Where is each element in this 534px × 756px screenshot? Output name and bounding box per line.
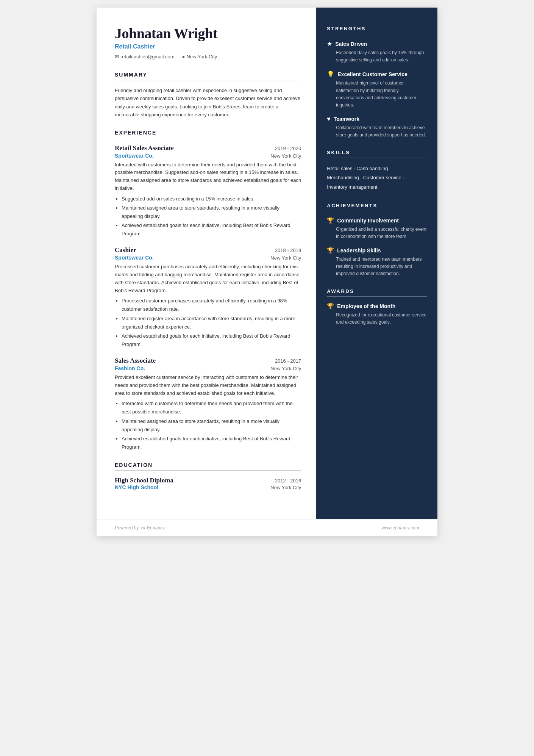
exp-bullet-2-2: Maintained register area in accordance w… xyxy=(122,315,301,331)
strength-title-row-1: ★ Sales Driven xyxy=(327,40,427,47)
exp-role-3: Sales Associate xyxy=(115,357,156,365)
job-title: Retail Cashier xyxy=(115,43,301,50)
exp-company-2: Sportswear Co. xyxy=(115,255,154,261)
exp-location-3: New York City xyxy=(270,366,301,371)
exp-sub-1: Sportswear Co. New York City xyxy=(115,153,301,159)
skills-text: Retail sales · Cash handling · Merchandi… xyxy=(327,164,427,192)
email-text: retailcashier@gmail.com xyxy=(120,54,175,59)
location-text: New York City xyxy=(186,54,217,59)
exp-desc-2: Processed customer purchases accurately … xyxy=(115,263,301,294)
award-desc-1: Recognized for exceptional customer serv… xyxy=(327,311,427,326)
exp-role-2: Cashier xyxy=(115,246,136,254)
exp-bullet-1-1: Suggested add-on sales resulting in a 15… xyxy=(122,195,301,203)
summary-title: SUMMARY xyxy=(115,72,301,80)
exp-sub-2: Sportswear Co. New York City xyxy=(115,255,301,261)
strength-item-2: 💡 Excellent Customer Service Maintained … xyxy=(327,70,427,109)
skills-title: SKILLS xyxy=(327,150,427,158)
award-icon-1: 🏆 xyxy=(327,303,334,310)
achievement-title-row-1: 🏆 Community Involvement xyxy=(327,217,427,224)
achievement-item-2: 🏆 Leadership Skills Trained and mentored… xyxy=(327,247,427,278)
edu-sub-1: NYC High School New York City xyxy=(115,484,301,490)
achievement-icon-2: 🏆 xyxy=(327,247,334,254)
strength-desc-3: Collaborated with team members to achiev… xyxy=(327,124,427,139)
strength-title-row-3: ♥ Teamwork xyxy=(327,116,427,122)
achievements-title: ACHIEVEMENTS xyxy=(327,203,427,211)
exp-bullet-2-1: Processed customer purchases accurately … xyxy=(122,297,301,313)
achievement-desc-2: Trained and mentored new team members re… xyxy=(327,256,427,278)
skills-section: SKILLS Retail sales · Cash handling · Me… xyxy=(327,150,427,192)
footer-left: Powered by ∞ Enhancv xyxy=(115,525,165,531)
strength-title-row-2: 💡 Excellent Customer Service xyxy=(327,70,427,78)
strength-desc-2: Maintained high level of customer satisf… xyxy=(327,80,427,109)
experience-item-1: Retail Sales Associate 2019 - 2020 Sport… xyxy=(115,144,301,238)
exp-header-1: Retail Sales Associate 2019 - 2020 xyxy=(115,144,301,152)
exp-bullet-3-3: Achieved established goals for each init… xyxy=(122,435,301,451)
achievement-title-row-2: 🏆 Leadership Skills xyxy=(327,247,427,254)
achievement-title-1: Community Involvement xyxy=(337,218,399,224)
resume-container: Johnatan Wright Retail Cashier ✉ retailc… xyxy=(97,8,437,536)
header-section: Johnatan Wright Retail Cashier ✉ retailc… xyxy=(115,26,301,59)
exp-desc-1: Interacted with customers to determine t… xyxy=(115,161,301,193)
email-icon: ✉ xyxy=(115,54,119,59)
edu-school-1: NYC High School xyxy=(115,484,158,490)
skills-line-2: Merchandising · Customer service · xyxy=(327,175,404,180)
experience-section: EXPERIENCE Retail Sales Associate 2019 -… xyxy=(115,130,301,451)
strength-item-1: ★ Sales Driven Exceeded daily sales goal… xyxy=(327,40,427,64)
summary-text: Friendly and outgoing retail cashier wit… xyxy=(115,86,301,119)
strength-item-3: ♥ Teamwork Collaborated with team member… xyxy=(327,116,427,139)
experience-item-3: Sales Associate 2016 - 2017 Fashion Co. … xyxy=(115,357,301,451)
exp-bullet-3-1: Interacted with customers to determine t… xyxy=(122,399,301,416)
candidate-name: Johnatan Wright xyxy=(115,26,301,42)
exp-bullets-1: Suggested add-on sales resulting in a 15… xyxy=(115,195,301,238)
exp-dates-1: 2019 - 2020 xyxy=(275,146,301,151)
achievement-desc-1: Organized and led a successful charity e… xyxy=(327,226,427,240)
exp-bullet-3-2: Maintained assigned area to store standa… xyxy=(122,417,301,434)
education-title: EDUCATION xyxy=(115,462,301,471)
right-panel: STRENGTHS ★ Sales Driven Exceeded daily … xyxy=(316,8,437,519)
award-title-1: Employee of the Month xyxy=(337,303,395,309)
exp-bullets-3: Interacted with customers to determine t… xyxy=(115,399,301,451)
contact-row: ✉ retailcashier@gmail.com ● New York Cit… xyxy=(115,54,301,59)
strength-icon-2: 💡 xyxy=(327,70,334,78)
achievement-item-1: 🏆 Community Involvement Organized and le… xyxy=(327,217,427,240)
award-item-1: 🏆 Employee of the Month Recognized for e… xyxy=(327,303,427,326)
email-contact: ✉ retailcashier@gmail.com xyxy=(115,54,175,59)
exp-desc-3: Provided excellent customer service by i… xyxy=(115,374,301,397)
strength-title-3: Teamwork xyxy=(334,116,359,122)
exp-bullet-1-3: Achieved established goals for each init… xyxy=(122,221,301,238)
exp-company-1: Sportswear Co. xyxy=(115,153,154,159)
edu-degree-1: High School Diploma xyxy=(115,477,173,484)
experience-title: EXPERIENCE xyxy=(115,130,301,138)
achievements-section: ACHIEVEMENTS 🏆 Community Involvement Org… xyxy=(327,203,427,278)
skills-line-3: Inventory management xyxy=(327,184,377,190)
exp-sub-3: Fashion Co. New York City xyxy=(115,365,301,371)
achievement-icon-1: 🏆 xyxy=(327,217,334,224)
skills-line-1: Retail sales · Cash handling · xyxy=(327,166,390,171)
footer-website: www.enhancv.com xyxy=(382,525,419,531)
exp-location-1: New York City xyxy=(270,153,301,159)
exp-company-3: Fashion Co. xyxy=(115,365,145,371)
exp-header-2: Cashier 2018 - 2019 xyxy=(115,246,301,254)
location-contact: ● New York City xyxy=(182,54,217,59)
exp-bullet-2-3: Achieved established goals for each init… xyxy=(122,332,301,349)
powered-by-text: Powered by xyxy=(115,525,139,531)
awards-section: AWARDS 🏆 Employee of the Month Recognize… xyxy=(327,288,427,326)
strengths-title: STRENGTHS xyxy=(327,26,427,34)
edu-header-1: High School Diploma 2012 - 2016 xyxy=(115,477,301,484)
strength-icon-1: ★ xyxy=(327,40,332,47)
awards-title: AWARDS xyxy=(327,288,427,297)
brand-name: Enhancv xyxy=(147,525,165,531)
experience-item-2: Cashier 2018 - 2019 Sportswear Co. New Y… xyxy=(115,246,301,349)
exp-dates-3: 2016 - 2017 xyxy=(275,358,301,364)
edu-dates-1: 2012 - 2016 xyxy=(275,478,301,484)
exp-header-3: Sales Associate 2016 - 2017 xyxy=(115,357,301,365)
exp-role-1: Retail Sales Associate xyxy=(115,144,174,152)
exp-dates-2: 2018 - 2019 xyxy=(275,247,301,253)
exp-bullet-1-2: Maintained assigned area to store standa… xyxy=(122,204,301,221)
award-title-row-1: 🏆 Employee of the Month xyxy=(327,303,427,310)
resume-body: Johnatan Wright Retail Cashier ✉ retailc… xyxy=(97,8,437,519)
edu-item-1: High School Diploma 2012 - 2016 NYC High… xyxy=(115,477,301,490)
strength-desc-1: Exceeded daily sales goals by 15% throug… xyxy=(327,49,427,64)
exp-bullets-2: Processed customer purchases accurately … xyxy=(115,297,301,349)
left-panel: Johnatan Wright Retail Cashier ✉ retailc… xyxy=(97,8,316,519)
